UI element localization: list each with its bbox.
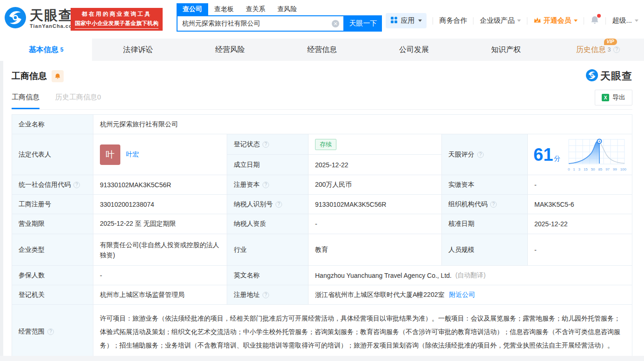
field-label-legal-rep: 法定代表人 [12, 134, 93, 175]
search-tab-relation[interactable]: 查关系 [240, 3, 271, 15]
super-vip-menu[interactable]: 超级... [612, 16, 638, 25]
tab-label: 经营信息 [307, 45, 337, 55]
field-value-establish-date: 2025-12-22 [309, 155, 442, 175]
tab-label: 知识产权 [491, 45, 521, 55]
table-row: 法定代表人 叶 叶宏 登记状态 存续 成立日期 2025-12-22 [12, 134, 632, 175]
business-cooperation[interactable]: 商务合作 [439, 16, 467, 25]
page-left-edge [0, 61, 3, 356]
open-vip-label: 开通会员 [543, 16, 571, 25]
score-unit: 分 [554, 155, 560, 162]
field-value-staff-size: - [528, 234, 632, 266]
apps-menu[interactable]: 应用 [386, 13, 427, 28]
help-icon[interactable] [613, 46, 620, 53]
tab-company-development[interactable]: 公司发展 [368, 39, 460, 61]
field-value-term: 2025-12-22 至 无固定期限 [93, 214, 227, 234]
business-info-table: 企业名称 杭州元探索旅行社有限公司 法定代表人 叶 叶宏 登记状态 存续 [12, 114, 632, 359]
tianyancha-company-page: 天眼查 TianYanCha.com 都在用的商业查询工具 国家中小企业发展子基… [0, 0, 644, 361]
field-value-company-type: 有限责任公司(非自然人投资或控股的法人独资) [93, 234, 227, 266]
score-distribution-chart: 0131550859799100 [567, 138, 627, 171]
watermark-logo-text: 天眼查 [600, 69, 632, 83]
field-value-authority: 杭州市上城区市场监督管理局 [93, 285, 227, 305]
tab-legal-litigation[interactable]: 法律诉讼 [92, 39, 184, 61]
header-menu: 应用 商务合作 企业级产品 开通会员 [386, 13, 638, 28]
notification-bell[interactable] [590, 15, 599, 26]
help-icon[interactable] [276, 201, 282, 208]
field-value-taxpayer-no: 91330102MAK3K5C56R [309, 195, 442, 214]
field-label-insured: 参保人数 [12, 266, 93, 285]
help-icon[interactable] [73, 182, 80, 188]
tab-intellectual-property[interactable]: 知识产权 [460, 39, 552, 61]
score-number: 61 [533, 145, 553, 164]
tab-label: 法律诉讼 [123, 45, 153, 55]
export-label: 导出 [612, 93, 625, 102]
tab-label: 基本信息 [29, 45, 59, 55]
tianyancha-logo-icon [5, 7, 26, 30]
field-value-reg-capital: 200万人民币 [309, 175, 442, 195]
export-button[interactable]: X 导出 [595, 90, 632, 105]
divider [527, 17, 527, 25]
table-row: 统一社会信用代码 91330102MAK3K5C56R 注册资本 200万人民币… [12, 175, 632, 195]
field-value-reg-status: 存续 [309, 134, 442, 155]
clear-search-icon[interactable]: ✕ [332, 20, 339, 27]
search-input[interactable] [177, 16, 343, 31]
field-value-paid-capital: - [528, 175, 632, 195]
subscribe-bell-button[interactable] [52, 70, 64, 82]
english-name-text: Hangzhou Yuanchuang Travel Agency Co., L… [315, 272, 452, 279]
vip-badge: VIP [604, 39, 617, 45]
tab-label: 公司发展 [399, 45, 429, 55]
field-label-approved-date: 核准日期 [442, 214, 528, 234]
field-label-taxpayer-quality: 纳税人资质 [227, 214, 309, 234]
help-icon[interactable] [477, 151, 484, 158]
tab-count: 3 [608, 46, 611, 53]
tab-operation-info[interactable]: 经营信息 [276, 39, 368, 61]
help-icon[interactable] [263, 141, 269, 148]
search-area: 查公司 查老板 查关系 查风险 ✕ 天眼一下 [177, 3, 382, 32]
subtab-business-info[interactable]: 工商信息 [12, 93, 39, 109]
site-logo[interactable]: 天眼查 TianYanCha.com [5, 7, 77, 30]
search-button[interactable]: 天眼一下 [344, 15, 382, 32]
field-value-industry: 教育 [309, 234, 442, 266]
field-label-term: 营业期限 [12, 214, 93, 234]
address-text: 浙江省杭州市上城区华联时代大厦A幢2202室 [315, 291, 444, 299]
field-label-credit-code: 统一社会信用代码 [12, 175, 93, 195]
field-label-establish-date: 成立日期 [227, 155, 309, 175]
section-title: 工商信息 [12, 70, 47, 82]
help-icon[interactable] [490, 201, 497, 208]
field-value-english-name: Hangzhou Yuanchuang Travel Agency Co., L… [309, 266, 632, 285]
table-row: 参保人数 - 英文名称 Hangzhou Yuanchuang Travel A… [12, 266, 632, 285]
help-icon[interactable] [263, 182, 269, 188]
search-tab-company[interactable]: 查公司 [177, 3, 208, 15]
super-vip-label: 超级... [612, 16, 632, 25]
enterprise-products[interactable]: 企业级产品 [480, 16, 521, 25]
enterprise-products-label: 企业级产品 [480, 16, 514, 25]
tab-history-info[interactable]: 历史信息 VIP 3 [552, 39, 644, 61]
search-tab-boss[interactable]: 查老板 [208, 3, 240, 15]
header: 天眼查 TianYanCha.com 都在用的商业查询工具 国家中小企业发展子基… [0, 0, 644, 39]
table-row: 工商注册号 330102001238074 纳税人识别号 91330102MAK… [12, 195, 632, 214]
field-value-company-name: 杭州元探索旅行社有限公司 [93, 115, 632, 134]
open-vip[interactable]: 开通会员 [533, 16, 578, 25]
apps-label: 应用 [401, 16, 414, 25]
tab-count: 5 [60, 46, 64, 53]
field-label-scope: 经营范围 [12, 305, 93, 359]
tab-label: 历史信息 [576, 46, 606, 53]
search-tab-risk[interactable]: 查风险 [271, 3, 303, 15]
page-bottom-edge [0, 356, 644, 361]
notification-dot [597, 14, 601, 18]
field-label-industry: 行业 [227, 234, 309, 266]
field-label-paid-capital: 实缴资本 [442, 175, 528, 195]
tab-operation-risk[interactable]: 经营风险 [184, 39, 276, 61]
legal-rep-avatar[interactable]: 叶 [100, 144, 120, 165]
search-input-wrap: ✕ [177, 15, 344, 32]
tab-basic-info[interactable]: 基本信息 5 [0, 39, 92, 61]
legal-rep-link[interactable]: 叶宏 [126, 151, 139, 159]
field-label-taxpayer-no: 纳税人识别号 [227, 195, 309, 214]
company-nav-tabs: 基本信息 5 法律诉讼 经营风险 经营信息 公司发展 知识产权 历史信息 VIP… [0, 39, 644, 61]
nearby-companies-link[interactable]: 附近公司 [449, 291, 475, 299]
help-icon[interactable] [47, 328, 54, 335]
subtab-history-business-info[interactable]: 历史工商信息0 [55, 93, 101, 109]
chevron-down-icon [574, 20, 578, 22]
help-icon[interactable] [263, 292, 269, 298]
field-value-approved-date: 2025-12-22 [528, 214, 632, 234]
field-label-english-name: 英文名称 [227, 266, 309, 285]
